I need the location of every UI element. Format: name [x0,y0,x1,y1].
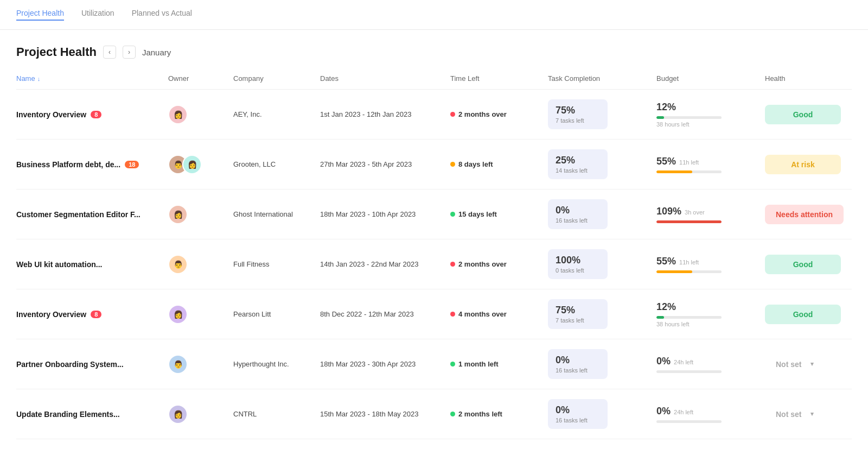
table-row: Update Branding Elements... 👩CNTRL15th M… [16,389,852,439]
avatar-2: 👩 [182,155,202,174]
avatar: 👩 [168,405,188,424]
table-body: Inventory Overview8 👩AEY, Inc.1st Jan 20… [16,90,852,439]
project-name[interactable]: Partner Onboarding System... [16,360,168,369]
nav-project-health[interactable]: Project Health [16,9,64,21]
health-cell: Good [765,255,852,274]
chevron-down-icon: ▾ [810,410,814,418]
col-name[interactable]: Name ↓ [16,74,168,83]
project-name[interactable]: Web UI kit automation... [16,260,168,269]
owner-cell: 👩 [168,405,233,424]
budget: 0% 24h left [656,356,765,373]
budget: 12% 38 hours left [656,301,765,327]
health-badge: Good [765,305,841,324]
current-month: January [142,48,171,57]
chevron-down-icon: ▾ [810,361,814,368]
budget: 12% 38 hours left [656,102,765,128]
time-dot [450,362,455,366]
health-badge: At risk [765,155,841,174]
col-time-left: Time Left [450,74,548,83]
col-task-completion: Task Completion [548,74,656,83]
dates: 14th Jan 2023 - 22nd Mar 2023 [320,260,450,268]
budget: 55% 11h left [656,256,765,273]
health-badge: Good [765,105,841,124]
health-cell: Good [765,305,852,324]
owner-cell: 👩 [168,305,233,324]
avatar: 👩 [168,305,188,324]
col-company: Company [233,74,320,83]
time-left: 8 days left [450,160,548,168]
table-row: Inventory Overview8 👩Pearson Litt8th Dec… [16,289,852,339]
budget: 109% 3h over [656,206,765,223]
time-left: 2 months over [450,260,548,268]
prev-month-button[interactable]: ‹ [103,46,116,59]
time-left: 1 month left [450,360,548,368]
budget: 55% 11h left [656,156,765,173]
company: Grooten, LLC [233,160,320,168]
time-dot [450,412,455,416]
dates: 18th Mar 2023 - 10th Apr 2023 [320,210,450,218]
health-cell: At risk [765,155,852,174]
time-dot [450,112,455,117]
nav-planned-vs-actual[interactable]: Planned vs Actual [132,9,192,21]
company: Pearson Litt [233,310,320,318]
nav-utilization[interactable]: Utilization [81,9,114,21]
project-name[interactable]: Inventory Overview8 [16,110,168,119]
company: Full Fitness [233,260,320,268]
dates: 27th Mar 2023 - 5th Apr 2023 [320,160,450,168]
owner-cell: 👨 [168,255,233,274]
task-completion: 0% 16 tasks left [548,199,656,229]
health-cell: Good [765,105,852,124]
time-dot [450,212,455,217]
table-row: Web UI kit automation... 👨Full Fitness14… [16,239,852,289]
health-cell: Needs attention [765,205,852,224]
company: Ghost International [233,210,320,218]
task-completion: 75% 7 tasks left [548,99,656,129]
time-dot [450,262,455,267]
time-left: 2 months left [450,410,548,418]
table-header: Name ↓ Owner Company Dates Time Left Tas… [16,70,852,90]
company: CNTRL [233,410,320,418]
project-name[interactable]: Customer Segmentation Editor F... [16,210,168,219]
task-completion: 0% 16 tasks left [548,349,656,379]
company: Hyperthought Inc. [233,360,320,368]
sort-arrow-icon: ↓ [37,75,41,82]
owner-cell: 👨👩 [168,155,233,174]
project-name[interactable]: Inventory Overview8 [16,310,168,319]
time-dot [450,312,455,317]
time-left: 2 months over [450,110,548,118]
avatar: 👩 [168,205,188,224]
task-completion: 25% 14 tasks left [548,149,656,179]
health-badge[interactable]: Not set ▾ [765,355,825,374]
badge: 8 [91,111,101,118]
project-name[interactable]: Update Branding Elements... [16,410,168,419]
health-cell: Not set ▾ [765,355,852,374]
avatar: 👨 [168,255,188,274]
page-title: Project Health [16,45,97,59]
health-badge: Good [765,255,841,274]
project-health-table: Name ↓ Owner Company Dates Time Left Tas… [0,70,868,439]
health-badge[interactable]: Not set ▾ [765,405,825,424]
table-row: Partner Onboarding System... 👨Hyperthoug… [16,339,852,389]
dates: 1st Jan 2023 - 12th Jan 2023 [320,110,450,118]
col-owner: Owner [168,74,233,83]
col-budget: Budget [656,74,765,83]
table-row: Inventory Overview8 👩AEY, Inc.1st Jan 20… [16,90,852,140]
task-completion: 75% 7 tasks left [548,299,656,329]
avatar: 👩 [168,105,188,124]
task-completion: 0% 16 tasks left [548,399,656,429]
dates: 15th Mar 2023 - 18th May 2023 [320,410,450,418]
top-nav: Project Health Utilization Planned vs Ac… [0,0,868,30]
col-health: Health [765,74,852,83]
company: AEY, Inc. [233,110,320,118]
time-dot [450,162,455,167]
table-row: Business Platform debt, de...18 👨👩Groote… [16,140,852,189]
project-name[interactable]: Business Platform debt, de...18 [16,160,168,169]
owner-cell: 👨 [168,355,233,374]
dates: 8th Dec 2022 - 12th Mar 2023 [320,310,450,318]
page-header: Project Health ‹ › January [0,30,868,70]
dates: 18th Mar 2023 - 30th Apr 2023 [320,360,450,368]
next-month-button[interactable]: › [123,46,136,59]
health-cell: Not set ▾ [765,405,852,424]
avatar: 👨 [168,355,188,374]
badge: 18 [125,161,139,168]
